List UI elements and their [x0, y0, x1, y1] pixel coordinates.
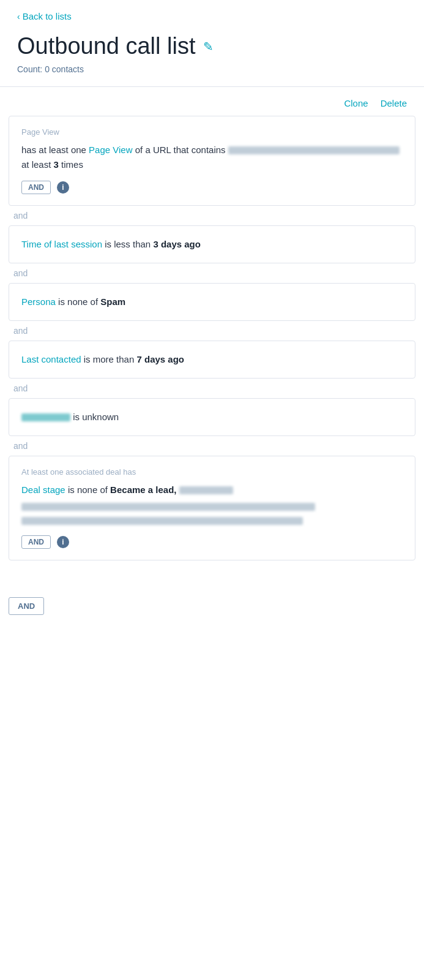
info-icon-6[interactable]: i	[57, 536, 69, 548]
time-value: 3 days ago	[153, 239, 201, 249]
and-badge-1[interactable]: AND	[21, 181, 51, 194]
delete-button[interactable]: Delete	[381, 98, 407, 108]
blurred-url	[228, 146, 400, 154]
filter-card-6-text: Deal stage is none of Became a lead,	[21, 483, 403, 527]
deal-stage-value: Became a lead,	[110, 484, 179, 495]
deal-stage-link[interactable]: Deal stage	[21, 484, 65, 495]
filter-card-2-text: Time of last session is less than 3 days…	[21, 237, 403, 252]
header-area: ‹ Back to lists Outbound call list ✎ Cou…	[0, 0, 424, 74]
filter-card-2: Time of last session is less than 3 days…	[9, 225, 415, 263]
at-least-value: 3	[54, 159, 59, 170]
edit-icon[interactable]: ✎	[203, 39, 214, 54]
chevron-left-icon: ‹	[17, 12, 20, 21]
contact-count: Count: 0 contacts	[17, 64, 407, 74]
blurred-deal-2	[21, 503, 315, 511]
and-button-outer: AND	[0, 585, 424, 615]
time-of-last-session-link[interactable]: Time of last session	[21, 239, 102, 249]
and-connector-4: and	[9, 379, 415, 398]
page-title: Outbound call list	[17, 32, 196, 61]
blurred-deal-1	[179, 486, 233, 494]
filter-card-1-badge-row: AND i	[21, 181, 403, 194]
page-view-link[interactable]: Page View	[89, 145, 132, 155]
filter-card-6-subtitle: At least one associated deal has	[21, 467, 403, 477]
filter-card-1-title: Page View	[21, 127, 403, 137]
and-connector-5: and	[9, 436, 415, 456]
blurred-deal-3	[21, 517, 303, 525]
blurred-field-5	[21, 413, 70, 421]
main-content: Page View has at least one Page View of …	[0, 116, 424, 585]
filter-card-4: Last contacted is more than 7 days ago	[9, 341, 415, 379]
filter-card-4-text: Last contacted is more than 7 days ago	[21, 352, 403, 367]
last-contacted-link[interactable]: Last contacted	[21, 354, 81, 364]
back-to-lists-link[interactable]: ‹ Back to lists	[17, 11, 72, 21]
and-connector-2: and	[9, 263, 415, 283]
filter-card-1: Page View has at least one Page View of …	[9, 116, 415, 206]
back-link-label: Back to lists	[23, 11, 72, 21]
filter-card-6: At least one associated deal has Deal st…	[9, 456, 415, 560]
info-icon-1[interactable]: i	[57, 181, 69, 194]
persona-value: Spam	[100, 296, 125, 307]
filter-card-3: Persona is none of Spam	[9, 283, 415, 321]
page-wrapper: ‹ Back to lists Outbound call list ✎ Cou…	[0, 0, 424, 615]
actions-row: Clone Delete	[0, 87, 424, 116]
title-row: Outbound call list ✎	[17, 32, 407, 61]
and-connector-1: and	[9, 206, 415, 225]
persona-link[interactable]: Persona	[21, 296, 56, 307]
filter-card-5: is unknown	[9, 398, 415, 436]
filter-card-5-text: is unknown	[21, 410, 403, 424]
and-badge-6[interactable]: AND	[21, 535, 51, 549]
and-connector-3: and	[9, 321, 415, 341]
add-and-button[interactable]: AND	[9, 597, 44, 615]
filter-card-1-text: has at least one Page View of a URL that…	[21, 143, 403, 172]
clone-button[interactable]: Clone	[344, 98, 368, 108]
last-contacted-value: 7 days ago	[136, 354, 184, 364]
filter-card-6-badge-row: AND i	[21, 535, 403, 549]
filter-card-3-text: Persona is none of Spam	[21, 295, 403, 309]
